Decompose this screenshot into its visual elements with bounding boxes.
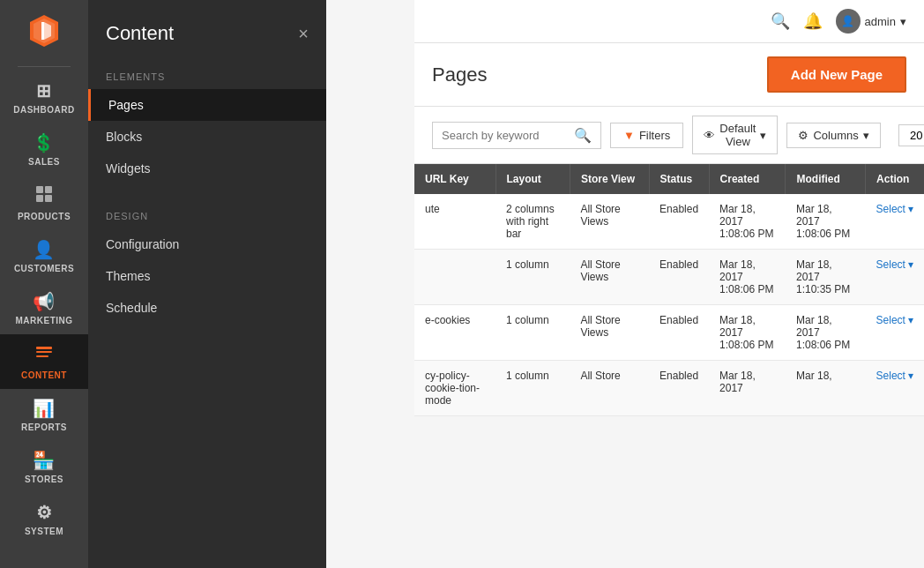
cell-layout: 1 column (496, 305, 570, 361)
filter-icon: ▼ (623, 129, 635, 142)
columns-button[interactable]: ⚙ Columns ▾ (786, 123, 880, 148)
eye-icon: 👁 (704, 129, 715, 142)
action-dropdown-icon: ▾ (908, 314, 913, 326)
notifications-icon[interactable]: 🔔 (803, 11, 823, 31)
flyout-close-button[interactable]: × (298, 24, 309, 44)
elements-section-label: Elements (88, 63, 326, 89)
select-action-link[interactable]: Select ▾ (876, 203, 913, 215)
svg-rect-2 (41, 22, 44, 40)
col-layout: Layout (496, 164, 570, 194)
svg-rect-10 (36, 355, 48, 357)
cell-created: Mar 18, 2017 (709, 361, 786, 416)
cell-url-key: e-cookies (414, 305, 496, 361)
sidebar-item-stores[interactable]: 🏪 STORES (0, 441, 88, 493)
cell-created: Mar 18, 2017 1:08:06 PM (709, 194, 786, 250)
svg-rect-4 (36, 186, 43, 193)
cell-action: Select ▾ (866, 361, 924, 416)
system-icon: ⚙ (36, 502, 53, 523)
add-new-page-button[interactable]: Add New Page (767, 56, 906, 93)
table-container: URL Key Layout Store View Status Created… (414, 164, 924, 568)
columns-dropdown-icon: ▾ (863, 129, 869, 142)
svg-rect-8 (36, 347, 52, 349)
cell-store-view: All Store (570, 361, 649, 416)
flyout-header: Content × (88, 18, 326, 63)
col-store-view: Store View (570, 164, 649, 194)
col-modified: Modified (786, 164, 866, 194)
cell-layout: 1 column (496, 361, 570, 416)
table-row: ute2 columns with right barAll Store Vie… (414, 194, 924, 250)
page-title: Pages (432, 64, 487, 86)
cell-store-view: All Store Views (570, 194, 649, 250)
toolbar: 🔍 ▼ Filters 👁 Default View ▾ ⚙ Columns ▾… (414, 107, 924, 164)
cell-store-view: All Store Views (570, 305, 649, 361)
cell-modified: Mar 18, (786, 361, 866, 416)
select-action-link[interactable]: Select ▾ (876, 314, 913, 326)
products-icon (34, 184, 54, 208)
sidebar-nav: ⊞ DASHBOARD 💲 SALES PRODUCTS 👤 CUSTOMERS… (0, 0, 88, 568)
view-dropdown-icon: ▾ (760, 129, 766, 142)
search-input[interactable] (442, 129, 574, 142)
cell-layout: 2 columns with right bar (496, 194, 570, 250)
sidebar-item-sales[interactable]: 💲 SALES (0, 123, 88, 176)
flyout-item-blocks[interactable]: Blocks (88, 121, 326, 153)
col-action: Action (866, 164, 924, 194)
pagination: 20 ▼ per page ‹ of 1 › (898, 122, 924, 148)
search-box: 🔍 (432, 122, 601, 149)
cell-modified: Mar 18, 2017 1:08:06 PM (786, 305, 866, 361)
flyout-item-pages[interactable]: Pages (88, 89, 326, 121)
user-name: admin (865, 15, 896, 28)
avatar: 👤 (836, 9, 861, 34)
user-dropdown-icon: ▾ (900, 15, 906, 28)
action-dropdown-icon: ▾ (908, 203, 913, 215)
cell-status: Enabled (649, 361, 709, 416)
action-dropdown-icon: ▾ (908, 258, 913, 271)
content-icon (34, 343, 54, 367)
table-row: 1 columnAll Store ViewsEnabledMar 18, 20… (414, 250, 924, 305)
search-icon[interactable]: 🔍 (771, 11, 790, 31)
select-action-link[interactable]: Select ▾ (876, 258, 913, 271)
per-page-value: 20 (898, 124, 924, 146)
col-url-key: URL Key (414, 164, 496, 194)
svg-rect-5 (45, 186, 52, 193)
col-status: Status (649, 164, 709, 194)
customers-icon: 👤 (33, 239, 56, 260)
flyout-title: Content (106, 22, 174, 45)
cell-url-key: cy-policy-cookie-tion-mode (414, 361, 496, 416)
pages-table: URL Key Layout Store View Status Created… (414, 164, 924, 416)
sidebar-item-customers[interactable]: 👤 CUSTOMERS (0, 230, 88, 282)
top-header: 🔍 🔔 👤 admin ▾ (414, 0, 924, 43)
user-menu[interactable]: 👤 admin ▾ (836, 9, 906, 34)
sidebar-item-system[interactable]: ⚙ SYSTEM (0, 493, 88, 545)
cell-status: Enabled (649, 305, 709, 361)
flyout-item-widgets[interactable]: Widgets (88, 153, 326, 184)
sidebar-item-content[interactable]: CONTENT (0, 334, 88, 389)
cell-store-view: All Store Views (570, 250, 649, 305)
sales-icon: 💲 (33, 132, 56, 153)
cell-action: Select ▾ (866, 305, 924, 361)
search-button[interactable]: 🔍 (574, 127, 592, 144)
table-row: e-cookies1 columnAll Store ViewsEnabledM… (414, 305, 924, 361)
select-action-link[interactable]: Select ▾ (876, 370, 913, 382)
flyout-item-themes[interactable]: Themes (88, 260, 326, 292)
cell-layout: 1 column (496, 250, 570, 305)
filters-button[interactable]: ▼ Filters (610, 123, 683, 148)
dashboard-icon: ⊞ (36, 80, 52, 101)
svg-rect-6 (36, 195, 43, 202)
sidebar-item-dashboard[interactable]: ⊞ DASHBOARD (0, 71, 88, 123)
flyout-item-configuration[interactable]: Configuration (88, 228, 326, 260)
cell-modified: Mar 18, 2017 1:10:35 PM (786, 250, 866, 305)
default-view-button[interactable]: 👁 Default View ▾ (692, 116, 778, 154)
flyout-menu: Content × Elements Pages Blocks Widgets … (88, 0, 326, 568)
sidebar-item-marketing[interactable]: 📢 MARKETING (0, 282, 88, 334)
cell-action: Select ▾ (866, 194, 924, 250)
sidebar-item-products[interactable]: PRODUCTS (0, 176, 88, 230)
sidebar-item-reports[interactable]: 📊 REPORTS (0, 389, 88, 441)
flyout-item-schedule[interactable]: Schedule (88, 292, 326, 324)
magento-logo (22, 9, 66, 53)
svg-rect-9 (36, 351, 52, 353)
col-created: Created (709, 164, 786, 194)
design-section-label: Design (88, 202, 326, 228)
cell-action: Select ▾ (866, 250, 924, 305)
cell-created: Mar 18, 2017 1:08:06 PM (709, 250, 786, 305)
cell-created: Mar 18, 2017 1:08:06 PM (709, 305, 786, 361)
